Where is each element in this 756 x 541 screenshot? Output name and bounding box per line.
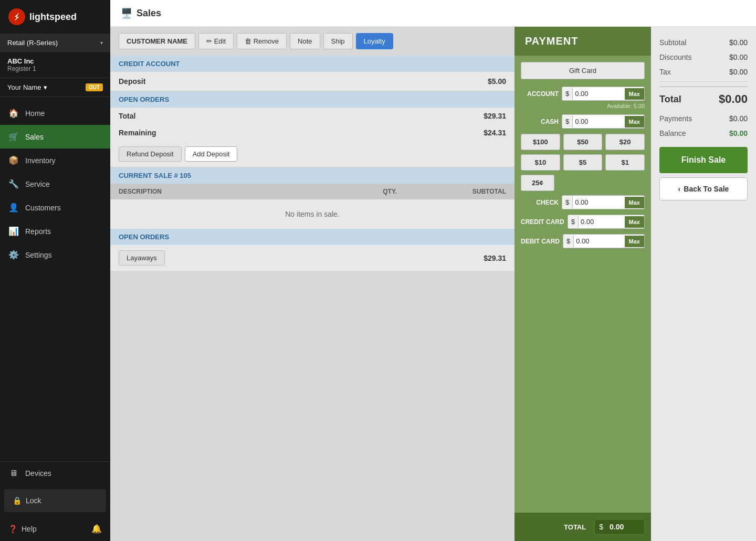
customers-icon: 👤 bbox=[8, 203, 19, 213]
credit-card-label: CREDIT CARD bbox=[521, 218, 564, 226]
subtotal-label: Subtotal bbox=[659, 38, 686, 47]
sidebar-item-home[interactable]: 🏠 Home bbox=[0, 101, 110, 125]
chevron-icon: ▾ bbox=[44, 83, 47, 91]
cash-input-wrap: $ Max bbox=[562, 114, 645, 129]
payments-label: Payments bbox=[659, 114, 692, 123]
ship-button[interactable]: Ship bbox=[323, 33, 353, 49]
sale-panel: CUSTOMER NAME ✏ Edit 🗑 Remove Note Ship … bbox=[110, 27, 514, 541]
sidebar-item-sales[interactable]: 🛒 Sales bbox=[0, 125, 110, 148]
sidebar-item-settings[interactable]: ⚙️ Settings bbox=[0, 243, 110, 267]
help-icon: ❓ bbox=[8, 525, 17, 533]
user-name[interactable]: Your Name ▾ bbox=[7, 83, 47, 91]
main-area: 🖥️ Sales CUSTOMER NAME ✏ Edit 🗑 Remove N… bbox=[110, 0, 756, 541]
credit-card-input-wrap: $ Max bbox=[568, 215, 645, 229]
user-row: Your Name ▾ OUT bbox=[0, 78, 110, 97]
gift-card-button[interactable]: Gift Card bbox=[521, 62, 645, 79]
subtotal-row: Subtotal $0.00 bbox=[659, 35, 748, 50]
loyalty-button[interactable]: Loyalty bbox=[356, 33, 393, 49]
remove-button[interactable]: 🗑 Remove bbox=[237, 33, 287, 49]
credit-account-header: CREDIT ACCOUNT bbox=[110, 56, 514, 72]
topbar: 🖥️ Sales bbox=[110, 0, 756, 27]
sidebar-item-reports[interactable]: 📊 Reports bbox=[0, 219, 110, 243]
debit-card-max-button[interactable]: Max bbox=[625, 236, 644, 247]
note-button[interactable]: Note bbox=[290, 33, 320, 49]
store-selector[interactable]: Retail (R-Series) ▾ bbox=[0, 34, 110, 52]
check-input-wrap: $ Max bbox=[562, 195, 645, 209]
sidebar: lightspeed Retail (R-Series) ▾ ABC Inc R… bbox=[0, 0, 110, 541]
check-input[interactable] bbox=[573, 196, 624, 209]
add-deposit-button[interactable]: Add Deposit bbox=[185, 146, 238, 162]
refund-deposit-button[interactable]: Refund Deposit bbox=[119, 146, 182, 162]
total-summary-value: $0.00 bbox=[719, 92, 748, 106]
debit-card-input[interactable] bbox=[574, 235, 624, 248]
customer-name-button[interactable]: CUSTOMER NAME bbox=[119, 33, 195, 49]
account-payment-row: ACCOUNT $ Max bbox=[521, 87, 645, 101]
company-name: ABC Inc bbox=[7, 57, 103, 65]
settings-icon: ⚙️ bbox=[8, 250, 19, 260]
sidebar-item-label: Home bbox=[25, 109, 45, 118]
cash-50-button[interactable]: $50 bbox=[563, 134, 603, 150]
cash-quick-buttons-2: $10 $5 $1 bbox=[521, 154, 645, 171]
cash-max-button[interactable]: Max bbox=[625, 116, 644, 128]
sale-empty-message: No items in sale. bbox=[110, 199, 514, 229]
cash-10-button[interactable]: $10 bbox=[521, 154, 560, 171]
cash-100-button[interactable]: $100 bbox=[521, 134, 560, 150]
sidebar-item-devices[interactable]: 🖥 Devices bbox=[0, 462, 110, 485]
tax-label: Tax bbox=[659, 68, 671, 76]
deposit-value: $5.00 bbox=[488, 77, 506, 86]
payment-body: Gift Card ACCOUNT $ Max Available: 5.00 … bbox=[514, 56, 651, 511]
open-orders-bottom-header: OPEN ORDERS bbox=[110, 229, 514, 245]
inventory-icon: 📦 bbox=[8, 155, 19, 165]
sale-toolbar: CUSTOMER NAME ✏ Edit 🗑 Remove Note Ship … bbox=[110, 27, 514, 56]
check-max-button[interactable]: Max bbox=[625, 197, 644, 208]
tax-value: $0.00 bbox=[729, 68, 748, 76]
cash-input[interactable] bbox=[573, 115, 624, 128]
sidebar-item-label: Customers bbox=[25, 204, 61, 212]
total-label: Total bbox=[119, 112, 135, 120]
help-button[interactable]: ❓ Help bbox=[8, 525, 37, 533]
account-input[interactable] bbox=[573, 87, 624, 100]
total-value: $29.31 bbox=[484, 112, 506, 120]
credit-card-max-button[interactable]: Max bbox=[625, 216, 644, 228]
lock-button[interactable]: 🔒 Lock bbox=[4, 489, 106, 512]
cash-cents-row: 25¢ bbox=[521, 175, 645, 191]
back-to-sale-button[interactable]: ‹ Back To Sale bbox=[659, 177, 748, 200]
check-payment-row: CHECK $ Max bbox=[521, 195, 645, 209]
cash-25c-button[interactable]: 25¢ bbox=[521, 175, 554, 191]
payments-row: Payments $0.00 bbox=[659, 111, 748, 126]
total-summary-label: Total bbox=[659, 94, 681, 105]
reports-icon: 📊 bbox=[8, 226, 19, 236]
summary-divider bbox=[659, 81, 748, 82]
edit-button[interactable]: ✏ Edit bbox=[198, 33, 234, 49]
balance-row: Balance $0.00 bbox=[659, 126, 748, 141]
cash-5-button[interactable]: $5 bbox=[563, 154, 603, 171]
total-payment-label: TOTAL bbox=[521, 523, 590, 531]
finish-sale-button[interactable]: Finish Sale bbox=[659, 147, 748, 173]
debit-card-payment-row: DEBIT CARD $ Max bbox=[521, 234, 645, 248]
sidebar-item-label: Service bbox=[25, 180, 50, 188]
sidebar-item-label: Inventory bbox=[25, 156, 56, 165]
lightspeed-logo-icon bbox=[8, 8, 25, 25]
remaining-value: $24.31 bbox=[484, 129, 506, 137]
available-text: Available: 5.00 bbox=[521, 103, 645, 109]
sidebar-item-inventory[interactable]: 📦 Inventory bbox=[0, 148, 110, 172]
cash-1-button[interactable]: $1 bbox=[605, 154, 645, 171]
cash-label: CASH bbox=[521, 118, 559, 125]
bell-icon[interactable]: 🔔 bbox=[91, 524, 102, 534]
layaways-button[interactable]: Layaways bbox=[119, 250, 165, 266]
sidebar-item-customers[interactable]: 👤 Customers bbox=[0, 196, 110, 219]
cash-20-button[interactable]: $20 bbox=[605, 134, 645, 150]
total-input[interactable] bbox=[607, 519, 644, 534]
page-title: Sales bbox=[136, 8, 161, 19]
account-max-button[interactable]: Max bbox=[625, 88, 644, 100]
discounts-label: Discounts bbox=[659, 53, 691, 61]
discounts-value: $0.00 bbox=[729, 53, 748, 61]
payments-value: $0.00 bbox=[729, 114, 748, 123]
remaining-label: Remaining bbox=[119, 129, 156, 137]
sidebar-item-label: Settings bbox=[25, 251, 52, 259]
payment-total-row: TOTAL $ bbox=[514, 513, 651, 541]
account-label: ACCOUNT bbox=[521, 90, 559, 98]
sidebar-item-service[interactable]: 🔧 Service bbox=[0, 172, 110, 196]
credit-card-input[interactable] bbox=[579, 215, 625, 228]
balance-label: Balance bbox=[659, 129, 686, 137]
